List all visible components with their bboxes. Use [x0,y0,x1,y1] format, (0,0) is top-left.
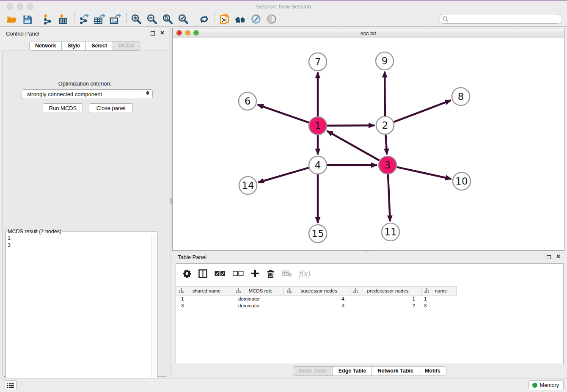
tab-motifs[interactable]: Motifs [419,366,446,376]
edge-1-to-6[interactable] [258,105,309,122]
criterion-dropdown[interactable]: strongly connected component [22,89,153,99]
mcds-result-item: 3 [8,242,151,249]
toolbar-separator [126,13,127,25]
node-label-11: 11 [384,226,396,237]
float-table-panel-icon[interactable] [547,255,551,259]
optimization-criterion-label: Optimization criterion: [3,80,167,87]
tab-mcds[interactable]: MCDS [113,41,140,51]
edge-3-to-11[interactable] [388,174,390,221]
tab-network-table[interactable]: Network Table [372,366,419,376]
delete-column-trash-icon[interactable] [267,269,275,278]
export-image-icon[interactable] [109,13,122,25]
memory-label: Memory [540,382,559,388]
toggle-panel-split-icon[interactable] [198,269,207,278]
search-icon [443,16,449,22]
panel-splitter-vertical[interactable] [169,28,172,378]
column-header-predecessor-nodes[interactable]: predecessor nodes [350,287,421,295]
cell-shared-name: 1 [176,296,233,301]
create-column-plus-icon[interactable] [251,269,259,278]
tab-style[interactable]: Style [61,41,86,51]
edge-2-to-9[interactable] [385,72,385,116]
cell-successor-nodes: 4 [284,296,350,301]
edge-1-to-2[interactable] [327,125,374,126]
toolbar-separator [38,13,38,25]
cell-predecessor-nodes: 2 [350,303,421,308]
node-label-10: 10 [455,176,468,187]
close-panel-button[interactable]: Close panel [89,103,133,113]
table-settings-gear-icon[interactable] [183,269,191,278]
delete-table-icon[interactable] [282,270,292,277]
open-session-icon[interactable] [5,13,18,25]
mcds-tab-content: Optimization criterion: strongly connect… [3,50,167,377]
zoom-selected-region-icon[interactable] [177,13,190,25]
copy-network-icon[interactable] [218,13,231,25]
toolbar-separator [215,13,215,25]
search-input[interactable] [451,16,562,22]
network-overview-icon[interactable] [234,13,247,25]
cell-shared-name: 3 [176,303,233,308]
edge-3-to-1[interactable] [327,131,380,160]
column-header-successor-nodes[interactable]: successor nodes [284,287,350,295]
splitter-grip[interactable] [170,198,172,204]
edge-3-to-10[interactable] [396,167,451,179]
network-frame-titlebar[interactable]: × – + scc.txt [173,28,564,38]
network-graph[interactable]: 7968124314101511 [173,38,564,250]
export-network-icon[interactable] [78,13,91,25]
status-bar: Memory [0,378,567,392]
tab-network[interactable]: Network [29,41,62,51]
network-canvas[interactable]: 7968124314101511 [173,38,564,250]
fit-content-icon[interactable] [161,13,174,25]
toggle-style-icon[interactable] [250,13,262,25]
close-table-panel-icon[interactable]: × [556,254,560,259]
run-mcds-button[interactable]: Run MCDS [43,103,83,113]
tab-node-table[interactable]: Node Table [293,366,333,376]
import-table-from-file-icon[interactable] [57,13,70,25]
unselect-all-columns-icon[interactable] [233,271,244,276]
mcds-result-item: 1 [8,235,151,242]
result-scrollbar[interactable] [151,235,156,381]
node-label-8: 8 [458,91,464,102]
node-label-14: 14 [242,180,254,191]
column-header-name[interactable]: name [421,287,457,295]
toolbar-separator [74,13,74,25]
function-builder-icon[interactable]: f(x) [299,269,310,278]
save-session-icon[interactable] [21,13,33,25]
search-field[interactable] [439,14,562,24]
edge-4-to-14[interactable] [258,168,309,182]
select-all-columns-icon[interactable] [215,271,226,276]
column-header-shared-name[interactable]: shared name [176,287,233,295]
application-window: Session: New Session [0,0,567,392]
criterion-dropdown-value: strongly connected component [27,91,102,97]
node-label-7: 7 [315,56,321,67]
table-rows: 1dominator4113dominator323 [176,295,563,309]
task-history-button[interactable] [5,380,17,390]
tab-select[interactable]: Select [85,41,113,51]
zoom-out-icon[interactable] [146,13,158,25]
cell-successor-nodes: 3 [284,303,350,308]
cell-predecessor-nodes: 1 [350,296,421,301]
table-row[interactable]: 1dominator411 [176,295,563,302]
export-table-icon[interactable] [94,13,106,25]
close-panel-icon[interactable]: × [160,31,164,35]
table-toolbar: f(x) [176,264,563,283]
zoom-in-icon[interactable] [130,13,143,25]
dropdown-stepper-icon [146,91,149,95]
window-title: Session: New Session [0,3,567,10]
apply-layout-icon[interactable] [198,13,210,25]
show-hide-graphics-details-icon[interactable] [265,13,278,25]
node-label-2: 2 [382,120,388,131]
node-label-6: 6 [245,96,251,107]
tab-edge-table[interactable]: Edge Table [333,366,372,376]
main-toolbar [0,12,567,27]
table-panel: Table Panel × [172,251,567,378]
import-network-from-file-icon[interactable] [41,13,54,25]
mcds-result-list[interactable]: 13 [8,235,151,381]
node-label-3: 3 [385,160,391,171]
edge-2-to-3[interactable] [385,135,387,155]
edge-2-to-8[interactable] [394,100,451,122]
float-panel-icon[interactable] [151,31,155,36]
node-label-1: 1 [315,120,321,131]
column-header-MCDS-role[interactable]: MCDS role [233,287,284,295]
memory-button[interactable]: Memory [528,380,564,390]
table-row[interactable]: 3dominator323 [176,302,563,309]
